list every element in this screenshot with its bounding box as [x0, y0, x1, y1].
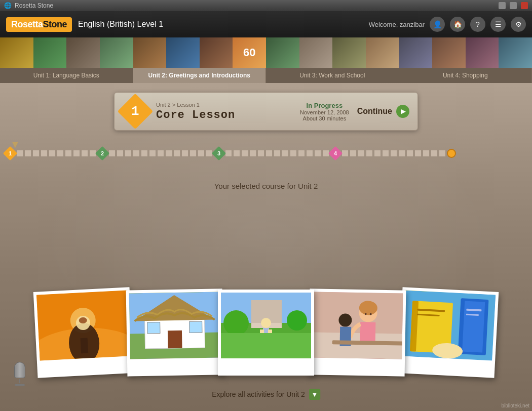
prog-sq-1[interactable] — [16, 150, 23, 157]
prog-sq-7[interactable] — [65, 150, 72, 157]
play-icon: ▶ — [396, 105, 409, 118]
strip-img-10 — [299, 37, 333, 68]
mic-body — [14, 362, 25, 378]
prog-sq-5[interactable] — [49, 150, 56, 157]
prog-sq-27[interactable] — [249, 150, 256, 157]
explore-button[interactable]: Explore all activities for Unit 2 ▼ — [212, 389, 320, 400]
strip-img-14 — [432, 37, 466, 68]
tab-unit1[interactable]: Unit 1: Language Basics — [0, 68, 133, 83]
status-label: In Progress — [300, 102, 349, 109]
progress-diamond-2[interactable]: 2 — [95, 146, 109, 160]
svg-point-18 — [261, 318, 271, 328]
mic-base — [15, 384, 25, 386]
prog-sq-32[interactable] — [290, 150, 297, 157]
tab-unit3[interactable]: Unit 3: Work and School — [266, 68, 399, 83]
photo-frame-1[interactable] — [33, 287, 134, 378]
prog-sq-47[interactable] — [423, 150, 430, 157]
lesson-path: Unit 2 > Lesson 1 — [156, 102, 292, 108]
explore-arrow-icon: ▼ — [309, 389, 320, 400]
prog-sq-12[interactable] — [117, 150, 124, 157]
photo-frame-5[interactable] — [398, 287, 499, 378]
prog-sq-21[interactable] — [189, 150, 197, 157]
prog-sq-38[interactable] — [350, 150, 357, 157]
prog-sq-11[interactable] — [108, 150, 116, 157]
close-button[interactable] — [521, 2, 528, 9]
photo-frame-3[interactable] — [218, 290, 314, 376]
prog-sq-44[interactable] — [398, 150, 405, 157]
progress-circle-end[interactable] — [447, 149, 456, 158]
prog-sq-2[interactable] — [24, 150, 31, 157]
prog-sq-19[interactable] — [173, 150, 180, 157]
svg-rect-5 — [81, 338, 89, 354]
strip-img-5 — [133, 37, 167, 68]
photo-1 — [36, 290, 130, 360]
prog-sq-26[interactable] — [241, 150, 248, 157]
photo-frame-2[interactable] — [126, 289, 224, 376]
settings-icon[interactable]: ⚙ — [511, 17, 526, 32]
minimize-button[interactable] — [499, 2, 506, 9]
prog-sq-34[interactable] — [306, 150, 313, 157]
progress-diamond-3[interactable]: 3 — [212, 146, 226, 160]
strip-img-6 — [166, 37, 200, 68]
prog-sq-35[interactable] — [314, 150, 321, 157]
prog-sq-24[interactable] — [225, 150, 232, 157]
prog-sq-30[interactable] — [274, 150, 281, 157]
maximize-button[interactable] — [510, 2, 517, 9]
status-duration: About 30 minutes — [300, 115, 349, 121]
photo-frame-4[interactable] — [309, 289, 406, 376]
prog-sq-29[interactable] — [265, 150, 273, 157]
progress-track: 1 2 3 — [5, 146, 527, 160]
unit-tabs: Unit 1: Language Basics Unit 2: Greeting… — [0, 68, 532, 83]
prog-sq-16[interactable] — [149, 150, 156, 157]
prog-sq-39[interactable] — [358, 150, 365, 157]
strip-img-16 — [499, 37, 532, 68]
prog-sq-33[interactable] — [298, 150, 305, 157]
prog-sq-46[interactable] — [414, 150, 422, 157]
prog-sq-14[interactable] — [133, 150, 140, 157]
prog-sq-42[interactable] — [382, 150, 389, 157]
prog-sq-28[interactable] — [257, 150, 264, 157]
strip-img-4 — [100, 37, 133, 68]
home-icon[interactable]: 🏠 — [450, 17, 465, 32]
logo[interactable]: RosettaStone — [6, 17, 72, 32]
continue-button[interactable]: Continue ▶ — [357, 105, 409, 118]
progress-diamond-4[interactable]: 4 — [328, 146, 343, 160]
prog-sq-40[interactable] — [366, 150, 373, 157]
svg-point-24 — [223, 310, 249, 336]
prog-sq-43[interactable] — [390, 150, 397, 157]
prog-sq-18[interactable] — [165, 150, 172, 157]
strip-img-8: 60 — [233, 37, 266, 68]
svg-rect-12 — [147, 322, 160, 334]
prog-sq-9[interactable] — [81, 150, 88, 157]
main-content: 1 Unit 2 > Lesson 1 Core Lesson In Progr… — [0, 83, 532, 411]
photo-5 — [402, 290, 496, 360]
mic-stand — [19, 379, 20, 383]
prog-sq-15[interactable] — [141, 150, 148, 157]
prog-sq-6[interactable] — [57, 150, 64, 157]
prog-sq-48[interactable] — [431, 150, 438, 157]
titlebar: 🌐 Rosetta Stone — [0, 0, 532, 11]
help-icon[interactable]: ? — [470, 17, 485, 32]
prog-sq-25[interactable] — [233, 150, 240, 157]
prog-sq-37[interactable] — [341, 150, 349, 157]
prog-sq-41[interactable] — [374, 150, 381, 157]
prog-sq-20[interactable] — [181, 150, 188, 157]
lesson-status: In Progress November 12, 2008 About 30 m… — [300, 102, 349, 121]
progress-diamond-1[interactable]: 1 — [3, 146, 17, 160]
prog-sq-3[interactable] — [32, 150, 40, 157]
tab-unit2[interactable]: Unit 2: Greetings and Introductions — [133, 68, 267, 83]
prog-sq-13[interactable] — [125, 150, 132, 157]
prog-sq-17[interactable] — [157, 150, 164, 157]
user-icon[interactable]: 👤 — [430, 17, 445, 32]
watermark: biblioteki.net — [501, 403, 529, 408]
menu-icon[interactable]: ☰ — [490, 17, 506, 32]
prog-sq-8[interactable] — [73, 150, 80, 157]
prog-sq-45[interactable] — [406, 150, 413, 157]
strip-img-15 — [466, 37, 499, 68]
prog-sq-4[interactable] — [41, 150, 48, 157]
prog-sq-49[interactable] — [439, 150, 446, 157]
photo-strip — [0, 284, 532, 381]
prog-sq-22[interactable] — [198, 150, 205, 157]
tab-unit4[interactable]: Unit 4: Shopping — [399, 68, 533, 83]
prog-sq-31[interactable] — [282, 150, 289, 157]
